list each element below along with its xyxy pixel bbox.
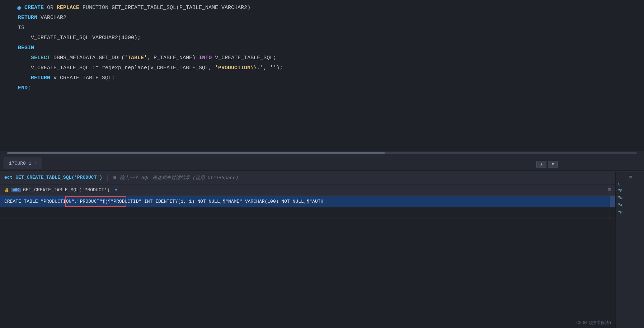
code-line-3: IS	[18, 24, 644, 34]
code-line-9: END;	[18, 84, 644, 94]
code-content: ● CREATE OR REPLACE FUNCTION GET_CREATE_…	[0, 0, 644, 98]
replace-rest: , '');	[263, 64, 283, 72]
result-cell-1: CREATE TABLE "PRODUCTION"."PRODUCT"¶(¶"P…	[0, 196, 610, 207]
filter-icon: ⊞	[113, 174, 116, 181]
right-panel-item-4: "A	[618, 202, 642, 208]
query-separator: |	[106, 174, 110, 181]
results-header: 🔒 ABC GET_CREATE_TABLE_SQL('PRODUCT') ▼	[0, 184, 644, 196]
nav-arrows: ▲ ▼	[536, 161, 558, 168]
lock-icon: 🔒	[4, 188, 9, 192]
keyword-create: ● CREATE	[18, 4, 44, 12]
right-panel-item-5: "P	[618, 210, 642, 215]
right-panel-item-3: "N	[618, 195, 642, 201]
results-header-cell: 🔒 ABC GET_CREATE_TABLE_SQL('PRODUCT') ▼	[0, 184, 610, 196]
keyword-return-2: RETURN	[31, 74, 50, 83]
right-panel-item-1: (	[618, 181, 642, 187]
keyword-or: OR	[44, 4, 57, 12]
right-panel: CR ( "P "N "A "P	[615, 172, 644, 328]
nav-up-arrow[interactable]: ▲	[536, 161, 546, 168]
into-var: V_CREATE_TABLE_SQL;	[212, 54, 276, 62]
return-var: V_CREATE_TABLE_SQL;	[50, 74, 115, 83]
string-table: 'TABLE'	[124, 54, 147, 62]
watermark: CSDN @技术很渣▼	[577, 320, 612, 326]
keyword-function: FUNCTION	[79, 4, 108, 12]
indent-8	[18, 74, 31, 83]
right-panel-header: CR	[618, 175, 642, 179]
code-line-2: RETURN VARCHAR2	[18, 14, 644, 24]
column-name: GET_CREATE_TABLE_SQL('PRODUCT')	[23, 187, 110, 193]
keyword-is: IS	[18, 24, 24, 32]
keyword-return: RETURN	[18, 14, 37, 22]
code-line-1: ● CREATE OR REPLACE FUNCTION GET_CREATE_…	[18, 4, 644, 14]
filter-hint-text: 输入一个 SQL 表达式来过滤结果 (使用 Ctrl+Space)	[120, 174, 238, 181]
tab-name: 17CUR0 1	[9, 161, 31, 166]
sort-arrow-icon[interactable]: ▼	[115, 187, 118, 193]
variable-decl: V_CREATE_TABLE_SQL VARCHAR2(4000);	[18, 34, 141, 42]
string-production: 'PRODUCTION\\.'	[215, 64, 263, 72]
assign-expr: V_CREATE_TABLE_SQL := regexp_replace(V_C…	[18, 64, 215, 72]
code-line-4: V_CREATE_TABLE_SQL VARCHAR2(4000);	[18, 34, 644, 44]
indent-6	[18, 54, 31, 62]
select-expr: DBMS_METADATA.GET_DDL(	[50, 54, 124, 62]
keyword-into: INTO	[196, 54, 212, 62]
tab-item[interactable]: 17CUR0 1 ×	[4, 158, 42, 169]
result-row-2[interactable]	[0, 207, 644, 219]
code-editor: ● CREATE OR REPLACE FUNCTION GET_CREATE_…	[0, 0, 644, 151]
code-line-7: V_CREATE_TABLE_SQL := regexp_replace(V_C…	[18, 64, 644, 74]
keyword-select: SELECT	[31, 54, 50, 62]
select-params: , P_TABLE_NAME)	[147, 54, 196, 62]
keyword-begin: BEGIN	[18, 44, 34, 52]
function-signature: GET_CREATE_TABLE_SQL(P_TABLE_NAME VARCHA…	[108, 4, 250, 12]
code-line-6: SELECT DBMS_METADATA.GET_DDL( 'TABLE' , …	[18, 54, 644, 64]
keyword-replace: REPLACE	[57, 4, 79, 12]
code-line-5: BEGIN	[18, 44, 644, 54]
query-text: ect GET_CREATE_TABLE_SQL('PRODUCT')	[4, 175, 102, 180]
return-type: VARCHAR2	[37, 14, 66, 22]
query-bar: ect GET_CREATE_TABLE_SQL('PRODUCT') | ⊞ …	[0, 171, 644, 184]
result-cell-2	[0, 207, 610, 219]
nav-down-arrow[interactable]: ▼	[548, 161, 558, 168]
expand-panel-icon[interactable]: ⊡	[608, 187, 611, 193]
scrollbar-thumb[interactable]	[7, 152, 385, 154]
tab-close-button[interactable]: ×	[34, 161, 37, 166]
right-panel-item-2: "P	[618, 188, 642, 194]
result-row-1[interactable]: CREATE TABLE "PRODUCTION"."PRODUCT"¶(¶"P…	[0, 196, 644, 207]
results-area: 🔒 ABC GET_CREATE_TABLE_SQL('PRODUCT') ▼ …	[0, 184, 644, 219]
keyword-end: END;	[18, 84, 31, 93]
abc-badge: ABC	[11, 188, 21, 192]
scrollbar-track[interactable]	[7, 152, 637, 154]
horizontal-scrollbar[interactable]	[0, 151, 644, 156]
code-line-8: RETURN V_CREATE_TABLE_SQL;	[18, 74, 644, 84]
